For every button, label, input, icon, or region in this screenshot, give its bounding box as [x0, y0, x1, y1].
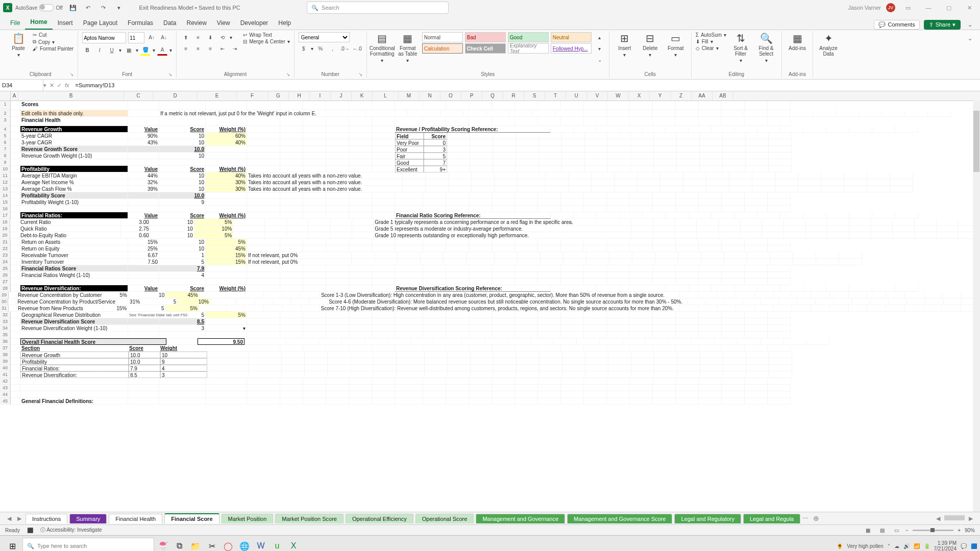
cell[interactable] [607, 265, 630, 272]
notifications-icon[interactable]: 💬 [961, 543, 967, 549]
cell[interactable] [630, 325, 653, 332]
cell[interactable]: Grade 10 represents outstanding or excep… [374, 232, 631, 239]
cell[interactable] [518, 172, 546, 179]
view-pagebreak-icon[interactable]: ▭ [891, 525, 901, 535]
cell[interactable] [11, 117, 20, 126]
cell[interactable] [303, 325, 326, 332]
cell[interactable] [206, 101, 247, 110]
select-all-corner[interactable] [0, 91, 11, 101]
cell[interactable] [698, 305, 717, 312]
row-header[interactable]: 20 [0, 232, 10, 239]
row-header[interactable]: 19 [0, 226, 10, 232]
cell[interactable] [761, 338, 783, 345]
cell[interactable] [546, 172, 569, 179]
add-sheet-icon[interactable]: ⊕ [810, 514, 822, 522]
accessibility-status[interactable]: ⓘ Accessibility: Investigate [40, 527, 102, 534]
cell[interactable] [159, 332, 206, 338]
cell[interactable] [803, 126, 826, 133]
cell[interactable] [447, 159, 470, 166]
insert-cells-button[interactable]: ⊞Insert▾ [614, 32, 636, 58]
cell[interactable] [303, 279, 326, 285]
cell[interactable] [469, 312, 492, 318]
row-header[interactable]: 36 [0, 338, 11, 345]
cell[interactable] [722, 206, 745, 212]
cell[interactable] [677, 358, 700, 365]
cell[interactable] [280, 159, 303, 166]
cell[interactable] [600, 338, 623, 345]
cell[interactable] [492, 318, 515, 325]
align-bottom-icon[interactable]: ⬇ [205, 32, 215, 42]
cell[interactable] [683, 179, 706, 186]
cell[interactable] [654, 139, 677, 146]
cell[interactable] [638, 179, 660, 186]
cell[interactable] [561, 312, 584, 318]
zoom-level[interactable]: 90% [965, 528, 975, 533]
cell[interactable] [395, 385, 423, 391]
cell[interactable] [492, 279, 515, 285]
tray-chevron-icon[interactable]: ˄ [888, 543, 890, 549]
fill-color-icon[interactable]: 🪣 [140, 44, 151, 56]
cell[interactable] [839, 259, 862, 265]
cell[interactable] [597, 212, 620, 219]
cell[interactable] [631, 219, 653, 226]
cell[interactable] [303, 212, 326, 219]
cell[interactable] [769, 352, 792, 358]
cell[interactable] [280, 332, 303, 338]
cell[interactable] [11, 352, 20, 358]
cell[interactable] [768, 332, 791, 338]
cell[interactable] [942, 292, 961, 298]
cell[interactable] [768, 117, 791, 126]
cell[interactable] [515, 199, 538, 206]
cell[interactable] [303, 166, 326, 172]
cell[interactable] [849, 292, 868, 298]
cell[interactable] [449, 172, 472, 179]
cell[interactable] [608, 352, 631, 358]
cell[interactable] [206, 199, 247, 206]
cell[interactable] [305, 371, 328, 378]
format-as-table-button[interactable]: ▦Format as Table▾ [397, 32, 419, 63]
cell[interactable] [349, 159, 372, 166]
cell[interactable] [349, 285, 372, 292]
cell[interactable] [769, 133, 792, 139]
cell[interactable] [607, 312, 630, 318]
cell[interactable] [538, 325, 561, 332]
cell[interactable]: 5% [104, 292, 129, 298]
cell[interactable] [608, 159, 631, 166]
row-header[interactable]: 4 [0, 126, 11, 133]
cell[interactable] [722, 378, 745, 385]
cell[interactable] [280, 312, 303, 318]
cell[interactable] [585, 358, 608, 365]
cell[interactable] [303, 285, 326, 292]
cell[interactable] [308, 232, 330, 239]
cell[interactable] [11, 265, 20, 272]
cell[interactable] [375, 252, 398, 259]
cell[interactable] [867, 292, 886, 298]
cell[interactable] [745, 272, 768, 279]
cell[interactable] [562, 146, 585, 153]
cell[interactable]: Debt-to-Equity Ratio [19, 232, 121, 239]
cell[interactable] [719, 232, 741, 239]
cell[interactable] [326, 133, 349, 139]
cell[interactable] [724, 259, 747, 265]
cell[interactable] [700, 139, 723, 146]
cell[interactable] [326, 285, 349, 292]
cell[interactable] [471, 352, 494, 358]
cell[interactable] [423, 312, 446, 318]
cell[interactable] [349, 385, 372, 391]
cell[interactable]: Geographical Revenue Distribution [20, 312, 128, 318]
cell[interactable]: 10 [159, 133, 206, 139]
cell[interactable] [372, 101, 395, 110]
cell[interactable] [564, 252, 586, 259]
cell[interactable] [770, 252, 793, 259]
cell[interactable] [538, 385, 561, 391]
cell[interactable] [895, 285, 918, 292]
cell[interactable] [423, 325, 446, 332]
cell[interactable] [768, 391, 791, 398]
cell[interactable]: 15% [103, 305, 129, 312]
cell[interactable] [326, 265, 349, 272]
cell[interactable] [654, 159, 677, 166]
cell[interactable] [643, 285, 666, 292]
cell[interactable] [434, 338, 462, 345]
cell[interactable] [699, 385, 722, 391]
cell[interactable]: 3 [424, 146, 447, 153]
